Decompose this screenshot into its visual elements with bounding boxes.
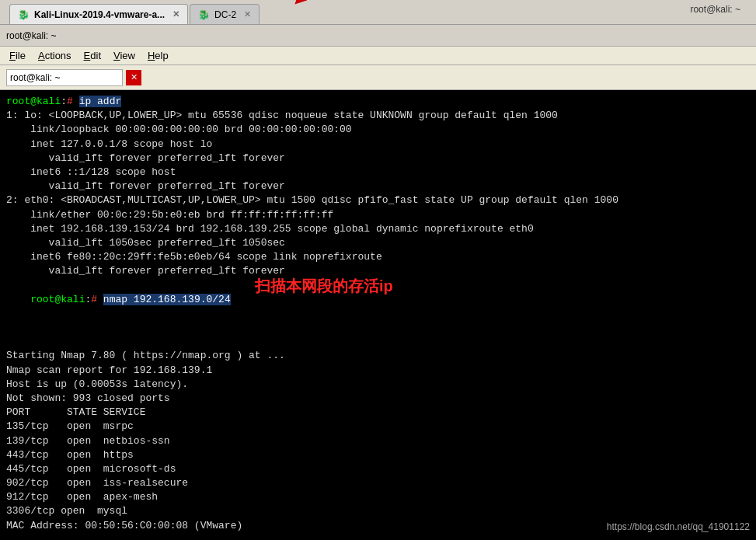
tab-kali-label: Kali-Linux-2019.4-vmware-a... — [34, 9, 165, 20]
terminal-line: inet 127.0.0.1/8 scope host lo — [6, 138, 750, 152]
chinese-annotation: 扫描本网段的存活ip — [255, 275, 393, 297]
terminal-line: 135/tcp open msrpc — [6, 420, 750, 434]
terminal-line: inet 192.168.139.153/24 brd 192.168.139.… — [6, 222, 750, 236]
tab-kali-icon: 🐉 — [18, 9, 30, 20]
menu-actions[interactable]: Actions — [32, 48, 78, 63]
terminal-line: Not shown: 993 closed ports — [6, 392, 750, 406]
terminal-line: inet6 fe80::20c:29ff:fe5b:e0eb/64 scope … — [6, 250, 750, 264]
terminal-line — [6, 533, 750, 540]
title-bar: 🐉 Kali-Linux-2019.4-vmware-a... ✕ 🐉 DC-2… — [0, 0, 756, 25]
terminal-line: Host is up (0.00053s latency). — [6, 378, 750, 392]
terminal[interactable]: root@kali:# ip addr 1: lo: <LOOPBACK,UP,… — [0, 90, 756, 540]
tab-dc2-icon: 🐉 — [198, 9, 210, 20]
menu-bar: File Actions Edit View Help — [0, 47, 756, 65]
search-input[interactable] — [6, 69, 123, 86]
terminal-line: 139/tcp open netbios-ssn — [6, 434, 750, 448]
terminal-line: link/ether 00:0c:29:5b:e0:eb brd ff:ff:f… — [6, 208, 750, 222]
tab-dc2-label: DC-2 — [214, 9, 236, 20]
tab-dc2[interactable]: 🐉 DC-2 ✕ — [190, 4, 260, 24]
terminal-line: 443/tcp open https — [6, 448, 750, 462]
terminal-line: link/loopback 00:00:00:00:00:00 brd 00:0… — [6, 123, 750, 137]
tab-remote-title: root@kali: ~ — [690, 4, 740, 15]
terminal-line: valid_lft 1050sec preferred_lft 1050sec — [6, 236, 750, 250]
terminal-line: valid_lft forever preferred_lft forever — [6, 179, 750, 193]
terminal-line: 2: eth0: <BROADCAST,MULTICAST,UP,LOWER_U… — [6, 193, 750, 207]
second-bar-title: root@kali: ~ — [6, 30, 57, 41]
search-bar: ✕ — [0, 65, 756, 90]
terminal-line: inet6 ::1/128 scope host — [6, 165, 750, 179]
menu-view[interactable]: View — [107, 48, 141, 63]
second-bar: root@kali: ~ — [0, 25, 756, 47]
terminal-line: 902/tcp open iss-realsecure — [6, 476, 750, 490]
tabs-area: 🐉 Kali-Linux-2019.4-vmware-a... ✕ 🐉 DC-2… — [3, 0, 753, 24]
tab-kali-close[interactable]: ✕ — [172, 9, 179, 19]
terminal-line: Nmap scan report for 192.168.139.1 — [6, 364, 750, 378]
arrow-annotation — [280, 0, 404, 16]
terminal-line: Starting Nmap 7.80 ( https://nmap.org ) … — [6, 349, 750, 363]
menu-help[interactable]: Help — [141, 48, 175, 63]
tab-dc2-close[interactable]: ✕ — [244, 9, 251, 19]
tab-kali[interactable]: 🐉 Kali-Linux-2019.4-vmware-a... ✕ — [9, 4, 188, 24]
terminal-line: 445/tcp open microsoft-ds — [6, 462, 750, 476]
terminal-line: 3306/tcp open mysql — [6, 504, 750, 518]
terminal-line: 912/tcp open apex-mesh — [6, 490, 750, 504]
watermark: https://blog.csdn.net/qq_41901122 — [607, 521, 750, 534]
menu-file[interactable]: File — [3, 48, 32, 63]
menu-edit[interactable]: Edit — [78, 48, 107, 63]
terminal-line: valid_lft forever preferred_lft forever — [6, 152, 750, 165]
terminal-line: root@kali:# nmap 192.168.139.0/24 扫描本网段的… — [6, 278, 750, 349]
terminal-line: 1: lo: <LOOPBACK,UP,LOWER_UP> mtu 65536 … — [6, 109, 750, 123]
search-clear-button[interactable]: ✕ — [126, 70, 141, 85]
terminal-line: PORT STATE SERVICE — [6, 406, 750, 420]
terminal-line: root@kali:# ip addr — [6, 95, 750, 109]
